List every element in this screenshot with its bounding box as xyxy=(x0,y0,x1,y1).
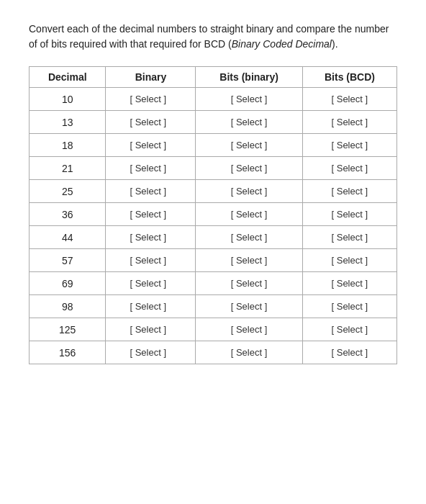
bits-binary-select-cell[interactable]: [ Select ]45678 xyxy=(196,341,303,364)
bits-binary-select-cell[interactable]: [ Select ]45678 xyxy=(196,272,303,295)
binary-select[interactable]: [ Select ]101011011001010101110011001001… xyxy=(127,253,174,267)
binary-select-cell[interactable]: [ Select ]101011011001010101110011001001… xyxy=(106,111,196,134)
table-row: 10[ Select ]1010110110010101011100110010… xyxy=(30,88,397,111)
binary-select[interactable]: [ Select ]101011011001010101110011001001… xyxy=(127,346,174,359)
binary-select-cell[interactable]: [ Select ]101011011001010101110011001001… xyxy=(106,134,196,157)
table-row: 25[ Select ]1010110110010101011100110010… xyxy=(30,180,397,203)
bits-binary-select[interactable]: [ Select ]45678 xyxy=(228,161,271,175)
binary-select-cell[interactable]: [ Select ]101011011001010101110011001001… xyxy=(106,341,196,364)
decimal-value: 13 xyxy=(30,111,106,134)
bits-binary-select[interactable]: [ Select ]45678 xyxy=(228,253,271,267)
table-row: 44[ Select ]1010110110010101011100110010… xyxy=(30,226,397,249)
binary-select-cell[interactable]: [ Select ]101011011001010101110011001001… xyxy=(106,88,196,111)
bits-binary-select[interactable]: [ Select ]45678 xyxy=(228,115,271,129)
bits-bcd-select[interactable]: [ Select ]48121620 xyxy=(328,138,371,152)
bits-binary-select-cell[interactable]: [ Select ]45678 xyxy=(196,295,303,318)
table-row: 36[ Select ]1010110110010101011100110010… xyxy=(30,203,397,226)
bits-bcd-select[interactable]: [ Select ]48121620 xyxy=(328,230,371,244)
bits-bcd-select-cell[interactable]: [ Select ]48121620 xyxy=(302,295,396,318)
bits-bcd-select[interactable]: [ Select ]48121620 xyxy=(328,115,371,129)
binary-select[interactable]: [ Select ]101011011001010101110011001001… xyxy=(127,300,174,313)
bits-bcd-select[interactable]: [ Select ]48121620 xyxy=(328,346,371,359)
decimal-value: 98 xyxy=(30,295,106,318)
bits-bcd-select[interactable]: [ Select ]48121620 xyxy=(328,300,371,313)
bits-binary-select[interactable]: [ Select ]45678 xyxy=(228,138,271,152)
binary-select-cell[interactable]: [ Select ]101011011001010101110011001001… xyxy=(106,272,196,295)
bits-binary-select-cell[interactable]: [ Select ]45678 xyxy=(196,203,303,226)
binary-select[interactable]: [ Select ]101011011001010101110011001001… xyxy=(127,323,174,336)
binary-select[interactable]: [ Select ]101011011001010101110011001001… xyxy=(127,230,174,244)
bits-bcd-select[interactable]: [ Select ]48121620 xyxy=(328,184,371,198)
col-header-binary: Binary xyxy=(106,67,196,88)
binary-select-cell[interactable]: [ Select ]101011011001010101110011001001… xyxy=(106,180,196,203)
bits-bcd-select-cell[interactable]: [ Select ]48121620 xyxy=(302,88,396,111)
table-row: 13[ Select ]1010110110010101011100110010… xyxy=(30,111,397,134)
instructions: Convert each of the decimal numbers to s… xyxy=(29,22,397,52)
binary-select-cell[interactable]: [ Select ]101011011001010101110011001001… xyxy=(106,295,196,318)
bits-binary-select[interactable]: [ Select ]45678 xyxy=(228,207,271,221)
decimal-value: 36 xyxy=(30,203,106,226)
binary-select-cell[interactable]: [ Select ]101011011001010101110011001001… xyxy=(106,318,196,341)
bits-binary-select-cell[interactable]: [ Select ]45678 xyxy=(196,157,303,180)
decimal-value: 18 xyxy=(30,134,106,157)
decimal-value: 57 xyxy=(30,249,106,272)
bits-bcd-select-cell[interactable]: [ Select ]48121620 xyxy=(302,157,396,180)
col-header-bits-binary: Bits (binary) xyxy=(196,67,303,88)
binary-select[interactable]: [ Select ]101011011001010101110011001001… xyxy=(127,115,174,129)
binary-select[interactable]: [ Select ]101011011001010101110011001001… xyxy=(127,184,174,198)
bits-bcd-select[interactable]: [ Select ]48121620 xyxy=(328,207,371,221)
bits-binary-select[interactable]: [ Select ]45678 xyxy=(228,230,271,244)
col-header-bits-bcd: Bits (BCD) xyxy=(302,67,396,88)
bits-bcd-select-cell[interactable]: [ Select ]48121620 xyxy=(302,111,396,134)
bits-bcd-select-cell[interactable]: [ Select ]48121620 xyxy=(302,134,396,157)
bits-bcd-select-cell[interactable]: [ Select ]48121620 xyxy=(302,226,396,249)
bits-binary-select-cell[interactable]: [ Select ]45678 xyxy=(196,180,303,203)
table-row: 98[ Select ]1010110110010101011100110010… xyxy=(30,295,397,318)
decimal-value: 125 xyxy=(30,318,106,341)
bits-binary-select-cell[interactable]: [ Select ]45678 xyxy=(196,318,303,341)
decimal-value: 156 xyxy=(30,341,106,364)
bits-binary-select[interactable]: [ Select ]45678 xyxy=(228,276,271,290)
decimal-value: 44 xyxy=(30,226,106,249)
binary-select[interactable]: [ Select ]101011011001010101110011001001… xyxy=(127,138,174,152)
bits-binary-select-cell[interactable]: [ Select ]45678 xyxy=(196,249,303,272)
col-header-decimal: Decimal xyxy=(30,67,106,88)
binary-select-cell[interactable]: [ Select ]101011011001010101110011001001… xyxy=(106,203,196,226)
table-row: 21[ Select ]1010110110010101011100110010… xyxy=(30,157,397,180)
bits-bcd-select-cell[interactable]: [ Select ]48121620 xyxy=(302,180,396,203)
bits-bcd-select-cell[interactable]: [ Select ]48121620 xyxy=(302,341,396,364)
bits-binary-select[interactable]: [ Select ]45678 xyxy=(228,323,271,336)
binary-select[interactable]: [ Select ]101011011001010101110011001001… xyxy=(127,161,174,175)
table-row: 69[ Select ]1010110110010101011100110010… xyxy=(30,272,397,295)
binary-select[interactable]: [ Select ]101011011001010101110011001001… xyxy=(127,207,174,221)
binary-select[interactable]: [ Select ]101011011001010101110011001001… xyxy=(127,276,174,290)
bits-bcd-select[interactable]: [ Select ]48121620 xyxy=(328,253,371,267)
bits-binary-select-cell[interactable]: [ Select ]45678 xyxy=(196,88,303,111)
bits-bcd-select[interactable]: [ Select ]48121620 xyxy=(328,276,371,290)
table-row: 57[ Select ]1010110110010101011100110010… xyxy=(30,249,397,272)
table-row: 156[ Select ]101011011001010101110011001… xyxy=(30,341,397,364)
bits-binary-select-cell[interactable]: [ Select ]45678 xyxy=(196,111,303,134)
binary-select[interactable]: [ Select ]101011011001010101110011001001… xyxy=(127,92,174,106)
bits-binary-select-cell[interactable]: [ Select ]45678 xyxy=(196,226,303,249)
bits-bcd-select-cell[interactable]: [ Select ]48121620 xyxy=(302,272,396,295)
decimal-value: 10 xyxy=(30,88,106,111)
binary-select-cell[interactable]: [ Select ]101011011001010101110011001001… xyxy=(106,226,196,249)
bits-bcd-select[interactable]: [ Select ]48121620 xyxy=(328,92,371,106)
bits-binary-select[interactable]: [ Select ]45678 xyxy=(228,92,271,106)
bits-binary-select[interactable]: [ Select ]45678 xyxy=(228,346,271,359)
bits-bcd-select[interactable]: [ Select ]48121620 xyxy=(328,323,371,336)
bits-binary-select[interactable]: [ Select ]45678 xyxy=(228,184,271,198)
bits-bcd-select[interactable]: [ Select ]48121620 xyxy=(328,161,371,175)
bits-bcd-select-cell[interactable]: [ Select ]48121620 xyxy=(302,318,396,341)
bits-bcd-select-cell[interactable]: [ Select ]48121620 xyxy=(302,203,396,226)
decimal-value: 25 xyxy=(30,180,106,203)
binary-select-cell[interactable]: [ Select ]101011011001010101110011001001… xyxy=(106,249,196,272)
bits-binary-select[interactable]: [ Select ]45678 xyxy=(228,300,271,313)
binary-select-cell[interactable]: [ Select ]101011011001010101110011001001… xyxy=(106,157,196,180)
table-row: 125[ Select ]101011011001010101110011001… xyxy=(30,318,397,341)
table-row: 18[ Select ]1010110110010101011100110010… xyxy=(30,134,397,157)
conversion-table: Decimal Binary Bits (binary) Bits (BCD) … xyxy=(29,66,397,364)
bits-binary-select-cell[interactable]: [ Select ]45678 xyxy=(196,134,303,157)
bits-bcd-select-cell[interactable]: [ Select ]48121620 xyxy=(302,249,396,272)
